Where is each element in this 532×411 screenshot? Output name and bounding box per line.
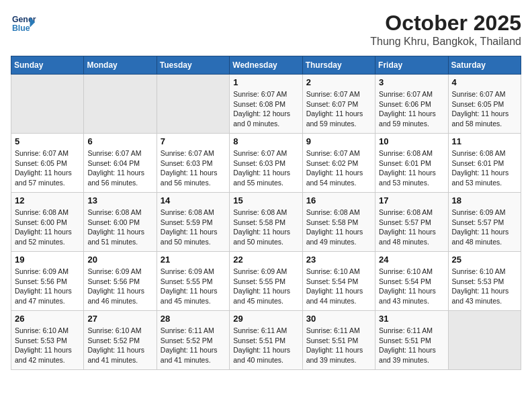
day-detail: Sunrise: 6:07 AM Sunset: 6:03 PM Dayligh… (233, 148, 298, 188)
day-number: 30 (306, 314, 371, 324)
location-title: Thung Khru, Bangkok, Thailand (370, 36, 521, 48)
day-number: 24 (379, 255, 444, 265)
calendar-cell: 20Sunrise: 6:09 AM Sunset: 5:56 PM Dayli… (84, 252, 157, 311)
day-number: 5 (15, 136, 80, 146)
day-number: 8 (233, 136, 298, 146)
day-number: 17 (379, 195, 444, 205)
calendar-week-3: 12Sunrise: 6:08 AM Sunset: 6:00 PM Dayli… (11, 193, 521, 252)
day-detail: Sunrise: 6:08 AM Sunset: 6:01 PM Dayligh… (452, 148, 517, 188)
day-detail: Sunrise: 6:08 AM Sunset: 6:01 PM Dayligh… (379, 148, 444, 188)
calendar-cell: 9Sunrise: 6:07 AM Sunset: 6:02 PM Daylig… (302, 134, 375, 193)
day-detail: Sunrise: 6:09 AM Sunset: 5:55 PM Dayligh… (233, 267, 298, 306)
day-number: 20 (87, 255, 152, 265)
day-detail: Sunrise: 6:07 AM Sunset: 6:05 PM Dayligh… (15, 148, 80, 188)
calendar-cell: 26Sunrise: 6:10 AM Sunset: 5:53 PM Dayli… (11, 311, 84, 370)
calendar-cell: 15Sunrise: 6:08 AM Sunset: 5:58 PM Dayli… (230, 193, 302, 252)
day-number: 21 (161, 255, 226, 265)
day-number: 19 (15, 255, 80, 265)
calendar-cell: 21Sunrise: 6:09 AM Sunset: 5:55 PM Dayli… (157, 252, 229, 311)
calendar-cell: 30Sunrise: 6:11 AM Sunset: 5:51 PM Dayli… (302, 311, 375, 370)
svg-text:Blue: Blue (12, 24, 30, 33)
weekday-header-tuesday: Tuesday (157, 56, 229, 75)
day-detail: Sunrise: 6:07 AM Sunset: 6:05 PM Dayligh… (452, 89, 517, 129)
calendar-cell: 23Sunrise: 6:10 AM Sunset: 5:54 PM Dayli… (302, 252, 375, 311)
day-number: 28 (161, 314, 226, 324)
day-detail: Sunrise: 6:08 AM Sunset: 6:00 PM Dayligh… (15, 208, 80, 247)
day-number: 26 (15, 314, 80, 324)
calendar-cell: 29Sunrise: 6:11 AM Sunset: 5:51 PM Dayli… (230, 311, 302, 370)
calendar-cell: 10Sunrise: 6:08 AM Sunset: 6:01 PM Dayli… (375, 134, 448, 193)
logo: General Blue (11, 11, 38, 36)
logo-icon: General Blue (11, 11, 36, 36)
weekday-header-wednesday: Wednesday (230, 56, 302, 75)
weekday-header-thursday: Thursday (302, 56, 375, 75)
day-number: 27 (87, 314, 152, 324)
day-number: 25 (452, 255, 517, 265)
day-detail: Sunrise: 6:08 AM Sunset: 6:00 PM Dayligh… (87, 208, 152, 247)
day-detail: Sunrise: 6:07 AM Sunset: 6:03 PM Dayligh… (161, 148, 226, 188)
day-number: 9 (306, 136, 371, 146)
header: General Blue October 2025 Thung Khru, Ba… (11, 11, 521, 48)
calendar-week-4: 19Sunrise: 6:09 AM Sunset: 5:56 PM Dayli… (11, 252, 521, 311)
day-number: 29 (233, 314, 298, 324)
day-number: 18 (452, 195, 517, 205)
day-detail: Sunrise: 6:07 AM Sunset: 6:08 PM Dayligh… (233, 89, 298, 129)
day-detail: Sunrise: 6:10 AM Sunset: 5:54 PM Dayligh… (306, 267, 371, 306)
title-area: October 2025 Thung Khru, Bangkok, Thaila… (370, 11, 521, 48)
day-number: 23 (306, 255, 371, 265)
calendar-cell: 17Sunrise: 6:08 AM Sunset: 5:57 PM Dayli… (375, 193, 448, 252)
calendar-cell: 11Sunrise: 6:08 AM Sunset: 6:01 PM Dayli… (448, 134, 521, 193)
day-number: 3 (379, 77, 444, 87)
calendar-cell: 7Sunrise: 6:07 AM Sunset: 6:03 PM Daylig… (157, 134, 229, 193)
calendar-week-2: 5Sunrise: 6:07 AM Sunset: 6:05 PM Daylig… (11, 134, 521, 193)
day-detail: Sunrise: 6:09 AM Sunset: 5:56 PM Dayligh… (15, 267, 80, 306)
day-number: 7 (161, 136, 226, 146)
day-number: 15 (233, 195, 298, 205)
calendar-cell (84, 75, 157, 134)
day-detail: Sunrise: 6:09 AM Sunset: 5:55 PM Dayligh… (161, 267, 226, 306)
calendar-cell: 6Sunrise: 6:07 AM Sunset: 6:04 PM Daylig… (84, 134, 157, 193)
calendar-cell: 25Sunrise: 6:10 AM Sunset: 5:53 PM Dayli… (448, 252, 521, 311)
day-detail: Sunrise: 6:09 AM Sunset: 5:57 PM Dayligh… (452, 208, 517, 247)
calendar: SundayMondayTuesdayWednesdayThursdayFrid… (11, 56, 521, 370)
day-number: 2 (306, 77, 371, 87)
day-detail: Sunrise: 6:07 AM Sunset: 6:06 PM Dayligh… (379, 89, 444, 129)
weekday-header-saturday: Saturday (448, 56, 521, 75)
calendar-week-5: 26Sunrise: 6:10 AM Sunset: 5:53 PM Dayli… (11, 311, 521, 370)
calendar-cell: 22Sunrise: 6:09 AM Sunset: 5:55 PM Dayli… (230, 252, 302, 311)
day-number: 10 (379, 136, 444, 146)
day-number: 14 (161, 195, 226, 205)
day-detail: Sunrise: 6:10 AM Sunset: 5:52 PM Dayligh… (87, 326, 152, 365)
day-number: 31 (379, 314, 444, 324)
calendar-cell: 18Sunrise: 6:09 AM Sunset: 5:57 PM Dayli… (448, 193, 521, 252)
calendar-cell: 12Sunrise: 6:08 AM Sunset: 6:00 PM Dayli… (11, 193, 84, 252)
calendar-cell: 16Sunrise: 6:08 AM Sunset: 5:58 PM Dayli… (302, 193, 375, 252)
day-detail: Sunrise: 6:11 AM Sunset: 5:51 PM Dayligh… (379, 326, 444, 365)
calendar-cell: 14Sunrise: 6:08 AM Sunset: 5:59 PM Dayli… (157, 193, 229, 252)
day-detail: Sunrise: 6:08 AM Sunset: 5:59 PM Dayligh… (161, 208, 226, 247)
calendar-cell (11, 75, 84, 134)
day-detail: Sunrise: 6:10 AM Sunset: 5:53 PM Dayligh… (452, 267, 517, 306)
calendar-cell: 2Sunrise: 6:07 AM Sunset: 6:07 PM Daylig… (302, 75, 375, 134)
day-detail: Sunrise: 6:08 AM Sunset: 5:58 PM Dayligh… (306, 208, 371, 247)
day-number: 22 (233, 255, 298, 265)
calendar-cell: 31Sunrise: 6:11 AM Sunset: 5:51 PM Dayli… (375, 311, 448, 370)
day-detail: Sunrise: 6:10 AM Sunset: 5:53 PM Dayligh… (15, 326, 80, 365)
calendar-cell: 1Sunrise: 6:07 AM Sunset: 6:08 PM Daylig… (230, 75, 302, 134)
calendar-cell: 19Sunrise: 6:09 AM Sunset: 5:56 PM Dayli… (11, 252, 84, 311)
day-detail: Sunrise: 6:08 AM Sunset: 5:57 PM Dayligh… (379, 208, 444, 247)
weekday-header-sunday: Sunday (11, 56, 84, 75)
calendar-cell: 5Sunrise: 6:07 AM Sunset: 6:05 PM Daylig… (11, 134, 84, 193)
calendar-cell (157, 75, 229, 134)
calendar-cell: 13Sunrise: 6:08 AM Sunset: 6:00 PM Dayli… (84, 193, 157, 252)
day-detail: Sunrise: 6:08 AM Sunset: 5:58 PM Dayligh… (233, 208, 298, 247)
calendar-cell: 27Sunrise: 6:10 AM Sunset: 5:52 PM Dayli… (84, 311, 157, 370)
calendar-cell: 8Sunrise: 6:07 AM Sunset: 6:03 PM Daylig… (230, 134, 302, 193)
day-number: 13 (87, 195, 152, 205)
day-number: 1 (233, 77, 298, 87)
day-number: 16 (306, 195, 371, 205)
weekday-header-friday: Friday (375, 56, 448, 75)
calendar-cell: 28Sunrise: 6:11 AM Sunset: 5:52 PM Dayli… (157, 311, 229, 370)
day-detail: Sunrise: 6:11 AM Sunset: 5:52 PM Dayligh… (161, 326, 226, 365)
calendar-cell (448, 311, 521, 370)
